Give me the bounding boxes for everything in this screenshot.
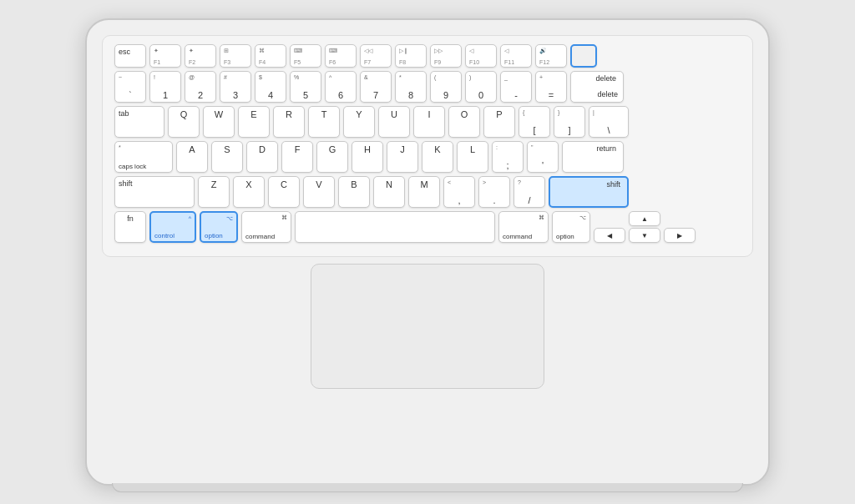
key-bracket-r[interactable]: }] [554,106,585,138]
key-bracket-l[interactable]: {[ [519,106,550,138]
key-r[interactable]: R [273,106,305,138]
key-command-right[interactable]: ⌘ command [498,211,549,243]
key-arrow-down[interactable]: ▼ [629,228,660,243]
key-spacebar[interactable] [295,211,495,243]
key-shift-right[interactable]: shift [549,176,629,208]
arrow-bottom: ◀ ▼ ▶ [594,228,696,243]
key-shift-left[interactable]: shift [114,176,195,208]
key-2[interactable]: @2 [185,71,216,103]
key-g[interactable]: G [316,141,348,173]
key-period[interactable]: >. [478,176,510,208]
key-u[interactable]: U [378,106,410,138]
key-t[interactable]: T [308,106,340,138]
key-m[interactable]: M [408,176,440,208]
key-f6[interactable]: ⌨F6 [325,44,357,68]
arrow-cluster: ▲ ◀ ▼ ▶ [594,211,696,243]
key-f1[interactable]: ✦F1 [149,44,181,68]
arrow-top: ▲ [594,211,696,226]
key-f9[interactable]: ▷▷F9 [430,44,462,68]
key-control[interactable]: ^ control [149,211,196,243]
key-4[interactable]: $4 [255,71,286,103]
key-equals[interactable]: += [535,71,567,103]
key-p[interactable]: P [483,106,515,138]
key-5[interactable]: %5 [290,71,321,103]
key-1[interactable]: !1 [149,71,181,103]
key-s[interactable]: S [211,141,243,173]
key-b[interactable]: B [338,176,370,208]
key-6[interactable]: ^6 [325,71,357,103]
laptop-body: esc ✦F1 ✦F2 ⊞F3 ⌘F4 ⌨F5 ⌨F6 ◁◁F7 ▷❙F8 ▷▷… [85,18,770,486]
key-h[interactable]: H [352,141,383,173]
fn-row: esc ✦F1 ✦F2 ⊞F3 ⌘F4 ⌨F5 ⌨F6 ◁◁F7 ▷❙F8 ▷▷… [114,44,741,68]
key-7[interactable]: &7 [360,71,392,103]
key-arrow-up[interactable]: ▲ [629,211,660,226]
key-fn[interactable]: fn [114,211,146,243]
key-i[interactable]: I [413,106,445,138]
key-option-left[interactable]: ⌥ option [200,211,238,243]
key-a[interactable]: A [176,141,208,173]
key-n[interactable]: N [373,176,405,208]
key-esc[interactable]: esc [114,44,146,68]
key-q[interactable]: Q [168,106,200,138]
key-arrow-right[interactable]: ▶ [664,228,696,243]
trackpad[interactable] [311,264,544,389]
key-f11[interactable]: ◁F11 [500,44,532,68]
key-f10[interactable]: ◁F10 [465,44,497,68]
key-f5[interactable]: ⌨F5 [290,44,321,68]
key-tilde[interactable]: ~` [114,71,146,103]
number-row: ~` !1 @2 #3 $4 %5 ^6 &7 *8 (9 )0 _- += d… [114,71,741,103]
bottom-row: fn ^ control ⌥ option ⌘ command ⌘ comman… [114,211,741,243]
key-0[interactable]: )0 [465,71,497,103]
key-d[interactable]: D [246,141,278,173]
key-8[interactable]: *8 [395,71,427,103]
key-o[interactable]: O [448,106,480,138]
key-l[interactable]: L [457,141,488,173]
asdf-row: *caps lock A S D F G H J K L :; "' retur… [114,141,741,173]
key-power[interactable] [570,44,597,68]
qwerty-row: tab Q W E R T Y U I O P {[ }] |\ [114,106,741,138]
key-minus[interactable]: _- [500,71,532,103]
key-backslash[interactable]: |\ [589,106,629,138]
key-f8[interactable]: ▷❙F8 [395,44,427,68]
key-return[interactable]: return [562,141,624,173]
key-y[interactable]: Y [343,106,375,138]
key-3[interactable]: #3 [220,71,251,103]
key-f[interactable]: F [281,141,313,173]
key-f3[interactable]: ⊞F3 [220,44,251,68]
key-quote[interactable]: "' [527,141,559,173]
key-semicolon[interactable]: :; [492,141,524,173]
key-capslock[interactable]: *caps lock [114,141,173,173]
key-f7[interactable]: ◁◁F7 [360,44,392,68]
key-option-right[interactable]: ⌥ option [552,211,590,243]
key-j[interactable]: J [387,141,418,173]
key-slash[interactable]: ?/ [514,176,545,208]
key-f2[interactable]: ✦F2 [185,44,216,68]
key-command-left[interactable]: ⌘ command [241,211,291,243]
zxcv-row: shift Z X C V B N M <, >. ?/ shift [114,176,741,208]
key-x[interactable]: X [233,176,265,208]
key-comma[interactable]: <, [443,176,475,208]
key-tab[interactable]: tab [114,106,164,138]
key-c[interactable]: C [268,176,300,208]
key-arrow-left[interactable]: ◀ [594,228,625,243]
key-e[interactable]: E [238,106,270,138]
key-9[interactable]: (9 [430,71,462,103]
key-v[interactable]: V [303,176,335,208]
key-z[interactable]: Z [198,176,230,208]
key-f12[interactable]: 🔊F12 [535,44,567,68]
key-w[interactable]: W [203,106,235,138]
keyboard: esc ✦F1 ✦F2 ⊞F3 ⌘F4 ⌨F5 ⌨F6 ◁◁F7 ▷❙F8 ▷▷… [102,35,753,257]
key-f4[interactable]: ⌘F4 [255,44,286,68]
key-k[interactable]: K [422,141,453,173]
key-delete[interactable]: deletedelete [570,71,624,103]
